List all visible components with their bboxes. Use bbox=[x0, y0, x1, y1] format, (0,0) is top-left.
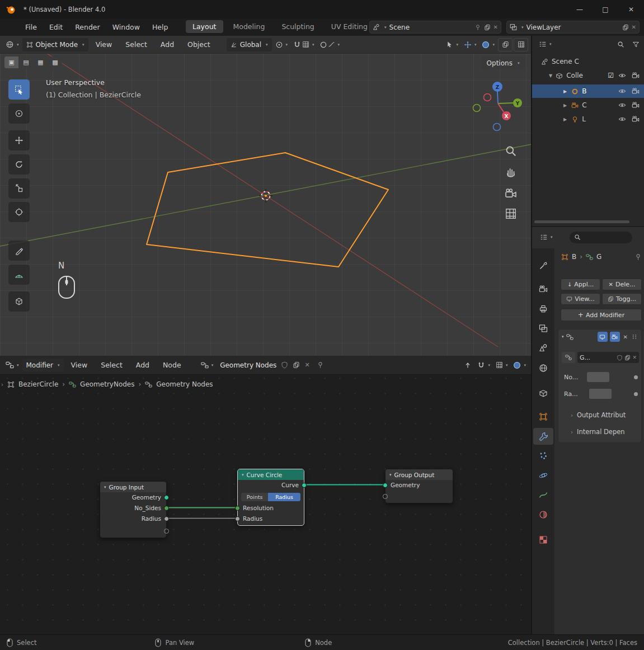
remove-modifier-icon[interactable]: ✕ bbox=[623, 334, 628, 340]
tab-object[interactable] bbox=[533, 408, 553, 425]
socket-geometry-out[interactable] bbox=[164, 495, 169, 500]
collapse-icon[interactable]: ▾ bbox=[242, 473, 244, 477]
socket-radius-out[interactable] bbox=[164, 516, 169, 521]
editor-type-button[interactable]: ▾ bbox=[538, 230, 555, 244]
viewport-3d[interactable]: ▣ ▤ ▦ ▩ Options▾ User Perspective (1) Co… bbox=[0, 54, 532, 356]
node-curve-circle[interactable]: ▾ Curve Circle Curve Points Radius Resol… bbox=[237, 469, 304, 526]
editor-type-button[interactable]: ▾ bbox=[3, 38, 21, 51]
workspace-tab-uv-editing[interactable]: UV Editing bbox=[325, 20, 374, 33]
filter-icon[interactable] bbox=[632, 41, 640, 48]
tool-select-box[interactable] bbox=[8, 79, 30, 100]
tool-annotate[interactable] bbox=[8, 241, 30, 261]
outliner-scrollbar[interactable] bbox=[534, 220, 629, 223]
expand-icon[interactable]: ▶ bbox=[563, 103, 567, 108]
input-value-field[interactable] bbox=[587, 372, 609, 382]
pin-icon[interactable] bbox=[634, 253, 642, 261]
tab-object-data[interactable] bbox=[533, 487, 553, 503]
hide-eye-icon[interactable] bbox=[618, 115, 626, 123]
delete-button[interactable]: ✕Dele... bbox=[602, 279, 642, 290]
outliner-row-beziercircle[interactable]: ▶ B bbox=[532, 84, 644, 98]
expand-icon[interactable]: ▶ bbox=[563, 117, 567, 122]
xray-toggle[interactable] bbox=[498, 38, 513, 51]
hide-eye-icon[interactable] bbox=[618, 72, 626, 79]
attribute-toggle-dot[interactable] bbox=[634, 392, 638, 396]
mode-dropdown[interactable]: Object Mode▾ bbox=[22, 38, 88, 51]
mode-button-points[interactable]: Points bbox=[241, 493, 268, 501]
socket-nosides-out[interactable] bbox=[164, 506, 169, 511]
shading-mode-button[interactable] bbox=[514, 38, 528, 51]
collapse-icon[interactable]: ▾ bbox=[389, 473, 392, 477]
duplicate-button[interactable]: View... bbox=[561, 293, 600, 305]
menu-help[interactable]: Help bbox=[146, 23, 175, 31]
tab-view-layer[interactable] bbox=[533, 320, 553, 337]
expand-icon[interactable]: ▼ bbox=[549, 73, 552, 78]
tab-modifiers[interactable] bbox=[533, 428, 553, 445]
hide-eye-icon[interactable] bbox=[618, 87, 626, 95]
zoom-button[interactable] bbox=[505, 145, 517, 159]
tab-particles[interactable] bbox=[533, 448, 553, 464]
node-group-output[interactable]: ▾ Group Output Geometry bbox=[385, 469, 453, 503]
socket-geometry-in[interactable] bbox=[383, 483, 388, 488]
object-name[interactable]: B bbox=[582, 87, 618, 95]
scene-name[interactable]: Scene bbox=[389, 23, 472, 31]
new-view-layer-icon[interactable] bbox=[622, 24, 629, 31]
scene-selector[interactable]: ▾ Scene ✕ bbox=[369, 21, 501, 34]
breadcrumb-tree[interactable]: G bbox=[596, 253, 601, 261]
tool-cursor[interactable] bbox=[8, 103, 30, 124]
editor-type-button[interactable]: ▾ bbox=[537, 37, 554, 51]
modifier-panel-header[interactable]: ▾ ✕ bbox=[558, 329, 641, 344]
tab-render[interactable] bbox=[533, 281, 553, 298]
input-value-field[interactable] bbox=[589, 389, 612, 399]
ortho-toggle-button[interactable] bbox=[505, 208, 517, 222]
tab-world[interactable] bbox=[533, 360, 553, 376]
fake-user-shield-icon[interactable] bbox=[617, 355, 623, 361]
pivot-point-button[interactable]: ▾ bbox=[273, 38, 290, 51]
internal-dependencies-section[interactable]: › Internal Depen bbox=[571, 428, 625, 436]
socket-radius-in[interactable] bbox=[235, 516, 240, 521]
workspace-tab-sculpting[interactable]: Sculpting bbox=[275, 20, 321, 33]
gizmos-toggle[interactable]: ▾ bbox=[462, 38, 479, 51]
pin-icon[interactable] bbox=[474, 24, 481, 31]
workspace-tab-layout[interactable]: Layout bbox=[186, 20, 223, 33]
unlink-icon[interactable]: ✕ bbox=[632, 355, 637, 360]
tab-texture[interactable] bbox=[533, 531, 553, 548]
toggle-button[interactable]: Togg... bbox=[602, 293, 642, 305]
remove-view-layer-icon[interactable]: ✕ bbox=[632, 24, 636, 30]
show-render-toggle[interactable] bbox=[610, 332, 620, 342]
socket-virtual-in[interactable] bbox=[383, 494, 388, 499]
tab-physics[interactable] bbox=[533, 467, 553, 484]
close-button[interactable]: ✕ bbox=[618, 0, 644, 18]
proportional-edit-button[interactable]: ▾ bbox=[318, 38, 342, 51]
menu-window[interactable]: Window bbox=[106, 23, 146, 31]
node-header[interactable]: ▾ Group Output bbox=[386, 469, 453, 480]
view-layer-selector[interactable]: ▾ ViewLayer ✕ bbox=[506, 21, 640, 34]
node-group-field[interactable]: G... ✕ bbox=[577, 352, 639, 363]
socket-virtual-out[interactable] bbox=[164, 529, 169, 534]
options-dropdown[interactable]: Options▾ bbox=[481, 56, 525, 69]
tab-material[interactable] bbox=[533, 506, 553, 523]
node-header[interactable]: ▾ Curve Circle bbox=[238, 469, 304, 480]
viewport-menu-add[interactable]: Add bbox=[154, 40, 180, 49]
menu-render[interactable]: Render bbox=[69, 23, 106, 31]
node-group-browse-button[interactable] bbox=[562, 352, 575, 363]
render-camera-icon[interactable] bbox=[632, 115, 640, 123]
snap-toggle-button[interactable]: ▾ bbox=[291, 38, 317, 51]
tool-transform[interactable] bbox=[8, 202, 30, 222]
tab-collection[interactable] bbox=[533, 385, 553, 402]
expand-icon[interactable]: ▶ bbox=[563, 89, 567, 94]
tool-rotate[interactable] bbox=[8, 154, 30, 175]
breadcrumb-object[interactable]: B bbox=[572, 253, 576, 261]
collapse-icon[interactable]: ▾ bbox=[104, 485, 106, 489]
tool-scale[interactable] bbox=[8, 178, 30, 199]
socket-curve-out[interactable] bbox=[302, 483, 307, 488]
unlink-scene-icon[interactable]: ✕ bbox=[493, 24, 498, 30]
object-name[interactable]: C bbox=[582, 101, 618, 109]
pan-button[interactable] bbox=[505, 166, 517, 180]
add-modifier-button[interactable]: +Add Modifier bbox=[561, 309, 642, 321]
navigation-gizmo[interactable]: Z Y X bbox=[470, 76, 526, 131]
search-icon[interactable] bbox=[617, 41, 624, 48]
mode-button-radius[interactable]: Radius bbox=[268, 493, 300, 501]
copy-icon[interactable] bbox=[624, 355, 631, 361]
new-scene-icon[interactable] bbox=[484, 24, 491, 31]
geometry-node-editor[interactable]: ▾ Modifier▾ View Select Add Node ▾ Geome… bbox=[0, 356, 532, 634]
